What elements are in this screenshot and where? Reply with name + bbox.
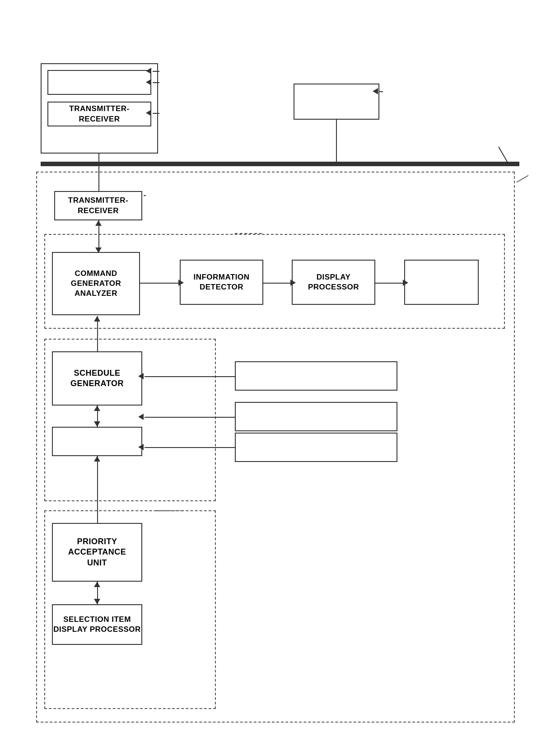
sched-to-list-arrow-up [94,406,100,411]
bus-to-txrx-inner [98,165,99,191]
n13-dashed-line [235,233,262,234]
arrow-30a [153,71,159,72]
disp-to-display-line [375,283,404,284]
arrow-16 [144,195,146,196]
arrow-32 [153,113,159,114]
command-generator-box: COMMANDGENERATORANALYZER [52,252,140,315]
sched-to-list-arrow-down [94,421,100,427]
arrow-30b [379,91,383,92]
disp-to-display-arrow [403,280,408,286]
terminal-to-bus [336,120,337,163]
periodic-to-sched-arrow [138,373,144,379]
priority-to-selection-arrow-up [94,582,100,587]
arrowhead-31 [146,79,151,85]
reg-to-list-arrow [138,444,144,450]
network-to-sched-line [145,417,235,418]
priority-acceptance-box: PRIORITYACCEPTANCEUNIT [52,523,142,582]
cmd-to-sched-arrow-up [94,316,100,322]
list-to-priority-arrow-up [94,456,100,462]
transmitter-receiver-top-box: TRANSMITTER-RECEIVER [47,102,151,126]
cmd-to-info-line [140,283,179,284]
periodic-to-sched-line [145,376,235,377]
arrowhead-32 [146,110,151,116]
nt1-line [498,147,508,163]
info-to-disp-arrow [290,280,296,286]
list-generator-box [52,427,142,456]
page-title [0,0,560,14]
transmitter-receiver-inner-box: TRANSMITTER-RECEIVER [54,191,142,220]
display-box [404,260,479,305]
txrx-to-cmd-arrow-down [95,247,102,253]
info-to-disp-line [263,283,291,284]
registered-terminal-box [235,433,397,462]
n1-line [517,175,529,183]
n11-dashed-line [156,510,183,511]
reg-to-list-line [145,447,235,448]
display-processor-box: DISPLAYPROCESSOR [292,260,375,305]
cmd-to-info-arrow [178,280,184,286]
network-to-sched-arrow [138,414,144,420]
network-bus [41,162,519,166]
schedule-generator-box: SCHEDULEGENERATOR [52,351,142,406]
list-to-priority-line [97,456,98,523]
selection-item-box: SELECTION ITEMDISPLAY PROCESSOR [52,604,142,645]
priority-to-selection-arrow-down [94,599,100,604]
txrx-to-cmd-arrow-up [95,220,102,226]
cmd-to-sched-line [97,316,98,352]
left-device-to-bus [98,154,99,163]
periodic-update-box [235,361,397,391]
information-detector-box: INFORMATIONDETECTOR [180,260,263,305]
arrow-31 [153,82,159,83]
arrowhead-30a [146,68,151,74]
arrowhead-30b [373,88,378,94]
processor-box [47,70,151,95]
network-state-box [235,402,397,431]
terminal-box [294,84,379,120]
